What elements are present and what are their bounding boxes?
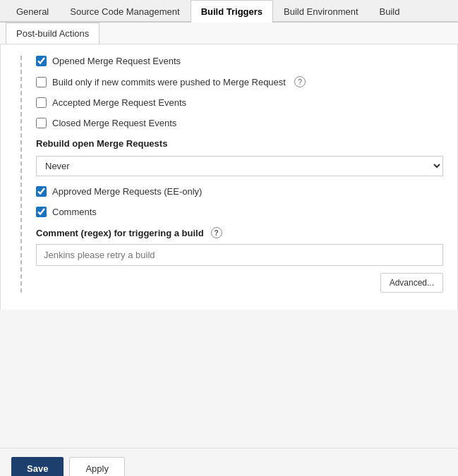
approved-merge-request-label[interactable]: Approved Merge Requests (EE-only) — [52, 186, 202, 197]
dropdown-row: Never Always On push — [36, 156, 443, 176]
checkbox-row-comments: Comments — [36, 207, 443, 217]
comment-label-text: Comment (regex) for triggering a build — [36, 228, 204, 238]
comments-label[interactable]: Comments — [52, 207, 97, 217]
sub-tab-bar: Post-build Actions — [0, 23, 458, 44]
tab-source-code[interactable]: Source Code Management — [59, 0, 190, 23]
sub-tab-post-build[interactable]: Post-build Actions — [6, 23, 100, 44]
approved-merge-request-checkbox[interactable] — [36, 186, 47, 197]
comments-checkbox[interactable] — [36, 207, 47, 217]
footer: Save Apply — [0, 448, 458, 476]
advanced-row: Advanced... — [36, 273, 443, 293]
tab-build[interactable]: Build — [369, 0, 411, 23]
checkbox-row-accepted-merge: Accepted Merge Request Events — [36, 97, 443, 108]
opened-merge-request-checkbox[interactable] — [36, 56, 47, 66]
checkbox-row-closed-merge: Closed Merge Request Events — [36, 118, 443, 128]
save-button[interactable]: Save — [11, 457, 64, 476]
tab-bar: General Source Code Management Build Tri… — [0, 0, 458, 23]
new-commits-label[interactable]: Build only if new commits were pushed to… — [52, 77, 286, 87]
new-commits-checkbox[interactable] — [36, 77, 47, 87]
advanced-button[interactable]: Advanced... — [380, 273, 443, 293]
tab-build-triggers[interactable]: Build Triggers — [191, 0, 273, 23]
main-area: Opened Merge Request Events Build only i… — [0, 44, 458, 476]
opened-merge-request-label[interactable]: Opened Merge Request Events — [52, 56, 181, 66]
apply-button[interactable]: Apply — [69, 457, 125, 476]
comment-regex-input[interactable] — [36, 244, 443, 266]
new-commits-help-icon[interactable]: ? — [294, 76, 306, 87]
comment-help-icon[interactable]: ? — [211, 227, 222, 238]
accepted-merge-request-checkbox[interactable] — [36, 97, 47, 108]
closed-merge-request-label[interactable]: Closed Merge Request Events — [52, 118, 176, 128]
content-area: Opened Merge Request Events Build only i… — [0, 44, 458, 310]
tab-general[interactable]: General — [6, 0, 59, 23]
checkbox-row-new-commits: Build only if new commits were pushed to… — [36, 76, 443, 87]
comment-label-row: Comment (regex) for triggering a build ? — [36, 227, 443, 238]
checkbox-row-opened-merge: Opened Merge Request Events — [36, 56, 443, 66]
rebuild-label: Rebuild open Merge Requests — [36, 138, 443, 149]
accepted-merge-request-label[interactable]: Accepted Merge Request Events — [52, 97, 186, 108]
closed-merge-request-checkbox[interactable] — [36, 118, 47, 128]
rebuild-dropdown[interactable]: Never Always On push — [36, 156, 443, 176]
build-triggers-section: Opened Merge Request Events Build only i… — [20, 56, 443, 293]
tab-build-environment[interactable]: Build Environment — [273, 0, 369, 23]
checkbox-row-approved-merge: Approved Merge Requests (EE-only) — [36, 186, 443, 197]
